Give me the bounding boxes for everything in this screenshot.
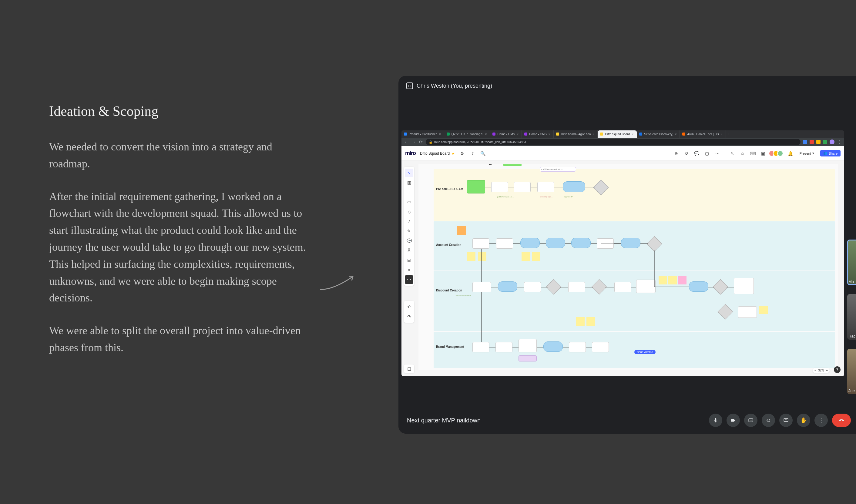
profile-avatar-icon[interactable] bbox=[830, 140, 835, 144]
flow-node[interactable] bbox=[467, 180, 485, 194]
flow-node[interactable] bbox=[571, 238, 591, 248]
zoom-value[interactable]: 32% bbox=[818, 369, 824, 372]
flow-node[interactable] bbox=[514, 182, 531, 192]
extension-icon[interactable] bbox=[816, 140, 821, 144]
flow-node[interactable] bbox=[543, 341, 563, 352]
browser-tab[interactable]: Q2 '23 OKR Planning S× bbox=[444, 130, 490, 138]
flow-node[interactable] bbox=[472, 342, 489, 353]
raise-hand-button[interactable]: ✋ bbox=[797, 414, 810, 427]
select-tool-icon[interactable]: ↖ bbox=[405, 168, 413, 177]
apps-tool-icon[interactable]: ⋯ bbox=[405, 275, 413, 284]
participant-tile[interactable]: Rac bbox=[847, 294, 856, 340]
sticky-note[interactable] bbox=[668, 276, 677, 285]
flow-node[interactable] bbox=[592, 342, 609, 353]
forward-icon[interactable]: → bbox=[411, 140, 416, 144]
sticky-note[interactable] bbox=[659, 276, 667, 285]
pin-icon[interactable]: ◻ bbox=[406, 83, 413, 89]
flow-node[interactable] bbox=[472, 282, 491, 292]
flow-node[interactable] bbox=[614, 282, 631, 292]
browser-tab[interactable]: Awin | Daniel Eder | Dis× bbox=[680, 130, 726, 138]
close-tab-icon[interactable]: × bbox=[593, 132, 595, 136]
participant-tile[interactable]: Joe bbox=[847, 349, 856, 394]
flow-node[interactable] bbox=[546, 238, 565, 248]
browser-tab[interactable]: Product - Confluence× bbox=[402, 130, 444, 138]
zoom-in-button[interactable]: + bbox=[826, 369, 828, 372]
hide-toolbar-button[interactable]: ⊟ bbox=[404, 364, 414, 373]
flow-node[interactable] bbox=[563, 181, 585, 192]
camera-button[interactable] bbox=[727, 414, 740, 427]
flow-node[interactable] bbox=[518, 339, 537, 353]
callout-note[interactable]: a MVP we can work with… bbox=[540, 167, 576, 172]
browser-tab[interactable]: Self-Serve Discovery,× bbox=[637, 130, 680, 138]
browser-tab[interactable]: Home - CMS× bbox=[490, 130, 522, 138]
star-icon[interactable]: ★ bbox=[451, 151, 455, 156]
sticky-note[interactable] bbox=[678, 276, 686, 285]
zoom-out-button[interactable]: − bbox=[815, 369, 816, 372]
shape-tool-icon[interactable]: ◇ bbox=[405, 208, 413, 216]
flow-node[interactable] bbox=[537, 182, 554, 192]
undo-icon[interactable]: ↶ bbox=[405, 303, 413, 311]
close-tab-icon[interactable]: × bbox=[517, 132, 518, 136]
new-tab-button[interactable]: + bbox=[726, 130, 732, 138]
flow-node[interactable] bbox=[597, 238, 614, 249]
comment-tool-icon[interactable]: 💬 bbox=[405, 236, 413, 245]
help-button[interactable]: ? bbox=[834, 366, 840, 373]
hang-up-button[interactable] bbox=[832, 414, 851, 427]
sticky-note[interactable] bbox=[521, 252, 530, 261]
flow-node[interactable] bbox=[636, 280, 656, 293]
flow-node[interactable] bbox=[569, 342, 586, 353]
history-icon[interactable]: ↺ bbox=[683, 150, 690, 157]
cursor-icon[interactable]: ↖ bbox=[729, 150, 735, 157]
extension-icon[interactable] bbox=[823, 140, 827, 144]
share-button[interactable]: 👥 Share bbox=[820, 150, 840, 157]
participant-tile[interactable]: Ma bbox=[847, 239, 856, 285]
text-tool-icon[interactable]: T bbox=[405, 188, 413, 197]
sticky-tool-icon[interactable]: ▭ bbox=[405, 198, 413, 206]
flow-node[interactable] bbox=[491, 182, 508, 192]
close-tab-icon[interactable]: × bbox=[721, 132, 723, 136]
browser-tab[interactable]: Ditto Squad Board× bbox=[598, 130, 637, 138]
sticky-note[interactable] bbox=[586, 317, 595, 326]
collaborator-avatars[interactable] bbox=[770, 150, 783, 157]
flow-node[interactable] bbox=[738, 306, 757, 318]
browser-tab[interactable]: Home - CMS× bbox=[522, 130, 554, 138]
flow-node[interactable] bbox=[498, 282, 517, 292]
more-options-button[interactable]: ⋮ bbox=[815, 414, 828, 427]
frame-icon[interactable]: ▢ bbox=[704, 150, 710, 157]
miro-logo[interactable]: miro bbox=[405, 150, 416, 157]
redo-icon[interactable]: ↷ bbox=[405, 312, 413, 321]
chat-icon[interactable]: ⌨ bbox=[750, 150, 756, 157]
more-icon[interactable]: ⋯ bbox=[714, 150, 720, 157]
comment-icon[interactable]: 💬 bbox=[694, 150, 700, 157]
browser-tab[interactable]: Ditto board - Agile boa× bbox=[554, 130, 598, 138]
present-button[interactable]: Present ▾ bbox=[798, 151, 816, 156]
flow-node[interactable] bbox=[472, 238, 489, 249]
reactions-icon[interactable]: ☺ bbox=[739, 150, 746, 157]
sticky-note[interactable] bbox=[467, 252, 476, 261]
flow-node[interactable] bbox=[621, 238, 640, 248]
close-tab-icon[interactable]: × bbox=[549, 132, 550, 136]
back-icon[interactable]: ← bbox=[404, 140, 409, 144]
close-tab-icon[interactable]: × bbox=[631, 132, 634, 136]
kebab-menu-icon[interactable]: ⋮ bbox=[837, 140, 842, 144]
board-name[interactable]: Ditto Squad Board ★ bbox=[420, 151, 455, 156]
pen-tool-icon[interactable]: ✎ bbox=[405, 227, 413, 235]
export-icon[interactable]: ⤴ bbox=[469, 150, 476, 157]
flow-node[interactable] bbox=[518, 355, 537, 361]
flow-node[interactable] bbox=[524, 282, 541, 292]
flow-node[interactable] bbox=[520, 238, 540, 248]
sticky-note[interactable] bbox=[532, 252, 540, 261]
grid-tool-icon[interactable]: ⌗ bbox=[405, 266, 413, 274]
reactions-button[interactable]: ☺ bbox=[762, 414, 775, 427]
notifications-icon[interactable]: 🔔 bbox=[787, 150, 793, 157]
frame-tool-icon[interactable]: Å bbox=[405, 246, 413, 255]
flow-node[interactable] bbox=[689, 282, 708, 292]
close-tab-icon[interactable]: × bbox=[675, 132, 677, 136]
timer-icon[interactable]: ⊕ bbox=[673, 150, 679, 157]
connector-tool-icon[interactable]: ↗ bbox=[405, 217, 413, 226]
sticky-note[interactable] bbox=[576, 317, 585, 326]
search-icon[interactable]: 🔍 bbox=[480, 150, 486, 157]
extension-icon[interactable] bbox=[803, 140, 807, 144]
miro-canvas[interactable]: Portal Onboarding Pre sale - BD & AM Acc… bbox=[418, 164, 838, 370]
templates-tool-icon[interactable]: ▦ bbox=[405, 178, 413, 187]
